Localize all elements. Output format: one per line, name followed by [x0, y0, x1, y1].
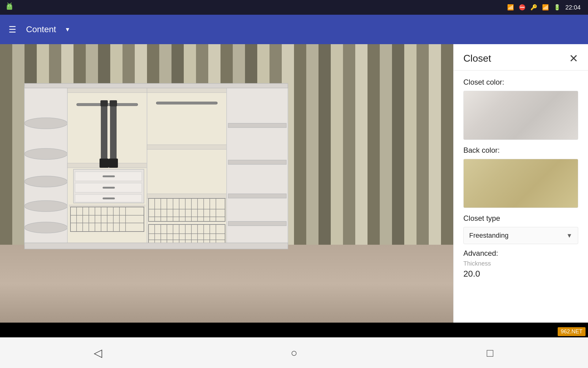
hamburger-menu-button[interactable]: ☰ [9, 25, 16, 35]
home-nav-button[interactable]: ○ [282, 341, 306, 365]
svg-rect-19 [110, 100, 117, 106]
vpn-key-icon: 🔑 [530, 4, 537, 11]
svg-rect-76 [228, 123, 286, 128]
svg-rect-39 [103, 175, 115, 177]
battery-icon: 🔋 [554, 4, 560, 11]
bluetooth-icon: 📶 [507, 4, 514, 11]
svg-rect-18 [100, 100, 108, 106]
panel-header: Closet ✕ [454, 44, 588, 71]
closet-color-label: Closet color: [463, 78, 578, 86]
back-nav-button[interactable]: ◁ [86, 341, 110, 365]
closet-3d-render [15, 77, 306, 261]
thickness-value[interactable]: 20.0 [463, 269, 578, 279]
app-bar: ☰ Content ▾ [0, 15, 588, 44]
status-time: 22:04 [565, 4, 581, 11]
title-dropdown-icon[interactable]: ▾ [66, 25, 69, 33]
recent-nav-button[interactable]: □ [478, 341, 502, 365]
panel-content: Closet color: Back color: Closet type Fr… [454, 71, 588, 323]
thickness-field: Thickness 20.0 [463, 260, 578, 279]
svg-point-7 [24, 118, 67, 129]
svg-rect-21 [109, 159, 118, 168]
advanced-label: Advanced: [463, 249, 578, 258]
closet-type-dropdown[interactable]: Freestanding ▼ [463, 227, 578, 244]
svg-point-8 [24, 148, 67, 159]
svg-rect-79 [228, 221, 286, 226]
svg-rect-20 [100, 159, 109, 168]
panel-title: Closet [463, 53, 491, 64]
right-panel: Closet ✕ Closet color: Back color: Close… [453, 44, 588, 323]
thickness-hint: Thickness [463, 260, 578, 267]
wifi-icon: 📶 [542, 4, 549, 11]
svg-rect-1 [7, 6, 12, 10]
block-icon: ⛔ [519, 4, 526, 11]
status-bar: 📶 ⛔ 🔑 📶 🔋 22:04 [0, 0, 588, 15]
svg-rect-81 [24, 83, 288, 88]
svg-rect-42 [147, 86, 227, 246]
svg-rect-41 [103, 197, 115, 199]
nav-bar: ◁ ○ □ [0, 337, 588, 368]
svg-rect-40 [103, 187, 115, 189]
svg-rect-44 [147, 145, 227, 149]
main-content: Closet ✕ Closet color: Back color: Close… [0, 44, 588, 323]
svg-point-11 [24, 222, 67, 233]
svg-rect-80 [24, 243, 288, 249]
3d-view[interactable] [0, 44, 453, 323]
svg-point-4 [8, 6, 9, 6]
back-color-swatch[interactable] [463, 159, 578, 208]
svg-rect-16 [101, 102, 107, 163]
svg-point-9 [24, 176, 67, 187]
svg-point-5 [10, 6, 11, 6]
svg-point-10 [24, 201, 67, 212]
watermark: 962.NET [558, 327, 586, 336]
svg-line-2 [8, 3, 9, 4]
svg-rect-78 [228, 194, 286, 198]
android-icon [5, 2, 14, 12]
closet-color-swatch[interactable] [463, 91, 578, 140]
svg-rect-45 [147, 194, 227, 198]
back-color-label: Back color: [463, 146, 578, 155]
app-bar-title: Content [26, 25, 56, 34]
close-button[interactable]: ✕ [569, 53, 578, 64]
svg-rect-46 [156, 102, 217, 104]
svg-rect-17 [110, 102, 116, 163]
svg-rect-22 [69, 205, 145, 207]
svg-rect-77 [228, 160, 286, 164]
svg-line-3 [11, 3, 12, 4]
closet-type-value: Freestanding [469, 232, 508, 240]
closet-type-dropdown-arrow: ▼ [566, 232, 572, 239]
closet-type-label: Closet type [463, 214, 578, 223]
